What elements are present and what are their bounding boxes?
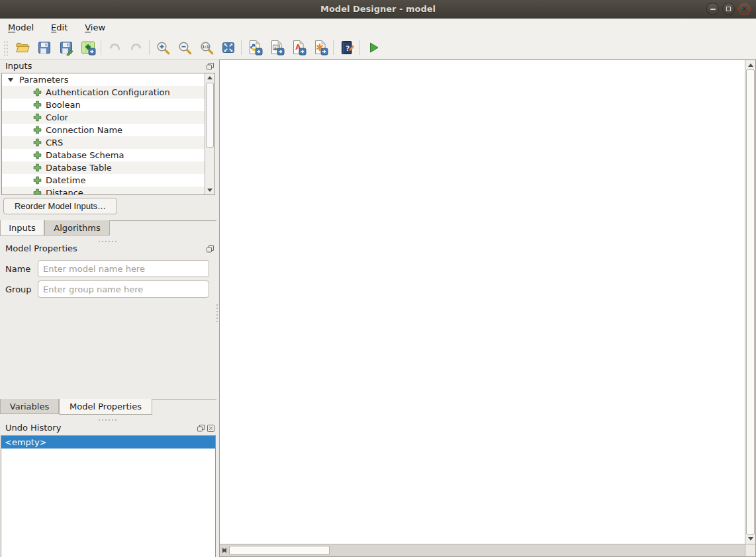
undo-icon bbox=[107, 40, 122, 56]
splitter-handle[interactable] bbox=[99, 241, 117, 242]
redo-button[interactable] bbox=[125, 38, 147, 58]
tree-item-database-schema[interactable]: Database Schema bbox=[2, 149, 205, 161]
undo-button[interactable] bbox=[103, 38, 125, 58]
scrollbar-corner bbox=[745, 544, 755, 556]
undo-history-item[interactable]: <empty> bbox=[1, 436, 215, 449]
open-folder-icon bbox=[15, 40, 30, 56]
model-group-input[interactable] bbox=[38, 280, 209, 298]
model-canvas[interactable] bbox=[219, 60, 756, 557]
maximize-icon bbox=[726, 7, 731, 11]
run-model-button[interactable] bbox=[362, 38, 384, 58]
inputs-panel-title: Inputs bbox=[5, 61, 32, 71]
tree-item-authentication-configuration[interactable]: Authentication Configuration bbox=[2, 86, 205, 99]
save-model-button[interactable] bbox=[33, 38, 55, 58]
undo-history-close-button[interactable] bbox=[207, 424, 215, 433]
window-title: Model Designer - model bbox=[320, 4, 436, 14]
svg-text:?: ? bbox=[346, 44, 350, 53]
scroll-down-icon[interactable] bbox=[205, 186, 214, 194]
tree-item-parameters[interactable]: Parameters bbox=[2, 73, 205, 86]
save-model-as-button[interactable] bbox=[55, 38, 77, 58]
tab-model-properties[interactable]: Model Properties bbox=[59, 399, 152, 415]
zoom-1-1-icon: 1:1 bbox=[199, 40, 214, 56]
tree-item-color[interactable]: Color bbox=[2, 111, 205, 124]
minimize-button[interactable] bbox=[706, 3, 719, 15]
toolbar-separator bbox=[359, 40, 360, 55]
toolbar-separator bbox=[101, 40, 101, 55]
model-designer-window: { "window": { "title": "Model Designer -… bbox=[0, 0, 756, 557]
zoom-out-button[interactable] bbox=[173, 38, 195, 58]
model-name-input[interactable] bbox=[38, 260, 209, 277]
model-icon bbox=[80, 40, 96, 56]
tab-variables[interactable]: Variables bbox=[0, 399, 59, 414]
close-button[interactable]: ✕ bbox=[738, 3, 751, 15]
maximize-button[interactable] bbox=[722, 3, 735, 15]
add-parameter-icon bbox=[33, 189, 42, 194]
tree-item-crs[interactable]: CRS bbox=[2, 136, 205, 149]
save-icon bbox=[36, 40, 52, 56]
menu-view[interactable]: View bbox=[85, 22, 105, 32]
export-as-image-button[interactable] bbox=[265, 38, 287, 58]
scroll-right-icon[interactable] bbox=[220, 546, 228, 555]
inputs-tree-body: Parameters Authentication ConfigurationB… bbox=[2, 73, 205, 194]
tree-item-datetime[interactable]: Datetime bbox=[2, 174, 205, 187]
title-bar: Model Designer - model ✕ bbox=[0, 0, 756, 19]
canvas-vertical-scrollbar[interactable] bbox=[745, 60, 755, 544]
toolbar-separator bbox=[241, 40, 242, 55]
undo-history-float-button[interactable] bbox=[197, 424, 205, 433]
toolbar-drag-handle[interactable] bbox=[3, 40, 9, 56]
name-label: Name bbox=[5, 264, 30, 274]
expander-icon[interactable] bbox=[8, 78, 13, 82]
toolbar-separator bbox=[333, 40, 334, 55]
tab-algorithms[interactable]: Algorithms bbox=[44, 220, 110, 236]
tab-inputs[interactable]: Inputs bbox=[0, 220, 44, 236]
canvas-vscroll-thumb[interactable] bbox=[746, 69, 755, 535]
float-panel-icon bbox=[206, 62, 214, 71]
model-properties-float-button[interactable] bbox=[206, 245, 214, 253]
add-parameter-icon bbox=[33, 163, 42, 172]
export-python-icon bbox=[247, 40, 263, 56]
export-as-svg-button[interactable] bbox=[309, 38, 331, 58]
float-panel-icon bbox=[206, 245, 214, 253]
scroll-up-icon[interactable] bbox=[205, 73, 214, 82]
scroll-up-icon[interactable] bbox=[746, 61, 755, 69]
svg-text:1:1: 1:1 bbox=[201, 44, 209, 49]
scroll-down-icon[interactable] bbox=[746, 535, 755, 543]
zoom-in-button[interactable] bbox=[152, 38, 173, 58]
export-as-python-button[interactable] bbox=[244, 38, 265, 58]
zoom-full-button[interactable] bbox=[217, 38, 239, 58]
inputs-tree[interactable]: Parameters Authentication ConfigurationB… bbox=[1, 73, 215, 195]
export-image-icon bbox=[269, 40, 285, 56]
save-as-icon bbox=[58, 40, 74, 56]
tree-scrollbar-thumb[interactable] bbox=[206, 83, 214, 148]
zoom-full-icon bbox=[220, 40, 236, 56]
menu-model[interactable]: Model bbox=[8, 22, 34, 32]
open-model-button[interactable] bbox=[11, 38, 33, 58]
menu-edit[interactable]: Edit bbox=[51, 22, 68, 32]
zoom-actual-button[interactable]: 1:1 bbox=[195, 38, 217, 58]
tree-item-connection-name[interactable]: Connection Name bbox=[2, 124, 205, 136]
tree-vertical-scrollbar[interactable] bbox=[205, 73, 214, 194]
add-parameter-icon bbox=[33, 151, 42, 159]
canvas-horizontal-scrollbar[interactable] bbox=[220, 544, 745, 556]
undo-history-list[interactable]: <empty> bbox=[1, 435, 216, 557]
add-parameter-icon bbox=[33, 176, 42, 185]
add-parameter-icon bbox=[33, 113, 42, 122]
reorder-model-inputs-button[interactable]: Reorder Model Inputs… bbox=[3, 198, 117, 214]
export-as-pdf-button[interactable]: A bbox=[287, 38, 309, 58]
tree-item-database-table[interactable]: Database Table bbox=[2, 161, 205, 174]
splitter-handle[interactable] bbox=[99, 419, 117, 421]
dock-canvas-splitter[interactable] bbox=[216, 304, 218, 322]
tree-item-distance[interactable]: Distance bbox=[2, 187, 205, 194]
menu-bar: ModelEditView bbox=[0, 19, 756, 36]
export-svg-icon bbox=[312, 40, 328, 56]
add-parameter-icon bbox=[33, 138, 42, 147]
tree-item-boolean[interactable]: Boolean bbox=[2, 99, 205, 111]
add-parameter-icon bbox=[33, 101, 42, 109]
save-model-in-project-button[interactable] bbox=[77, 38, 99, 58]
close-icon: ✕ bbox=[741, 5, 747, 13]
inputs-float-button[interactable] bbox=[206, 62, 214, 71]
group-label: Group bbox=[5, 284, 32, 294]
help-button[interactable]: ? bbox=[336, 38, 357, 58]
zoom-out-icon bbox=[177, 40, 193, 56]
canvas-hscroll-thumb[interactable] bbox=[229, 546, 330, 555]
